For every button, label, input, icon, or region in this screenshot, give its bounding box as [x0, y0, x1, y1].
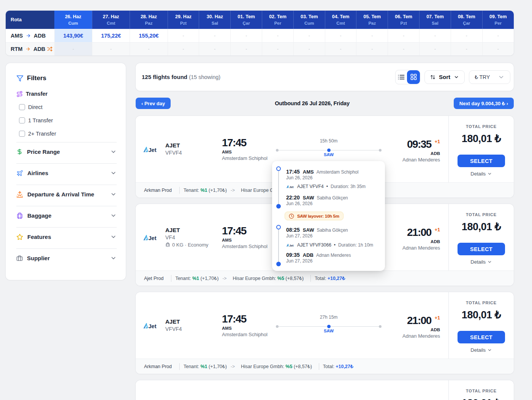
- svg-text:Jet: Jet: [289, 185, 294, 188]
- svg-text:Jet: Jet: [149, 323, 157, 329]
- svg-text:Jet: Jet: [289, 243, 294, 247]
- svg-text:Jet: Jet: [149, 147, 157, 153]
- svg-text:Jet: Jet: [149, 235, 157, 241]
